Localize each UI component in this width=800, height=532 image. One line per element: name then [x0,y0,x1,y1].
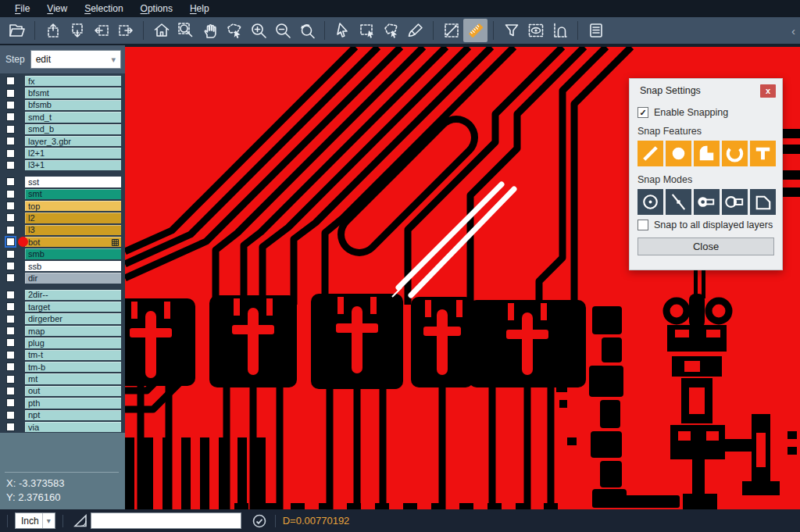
all-layers-checkbox[interactable] [638,220,648,230]
move-up-button[interactable] [41,19,65,42]
layer-row-mt[interactable]: mt [0,373,125,384]
move-left-button[interactable] [89,19,113,42]
layer-row-dirgerber[interactable]: dirgerber [0,312,125,324]
layer-row-ssb[interactable]: ssb [0,260,125,272]
zoom-previous-button[interactable] [295,19,319,42]
layer-row-bfsmt[interactable]: bfsmt [0,87,125,98]
angle-icon[interactable] [72,512,89,530]
menu-item-selection[interactable]: Selection [77,2,130,16]
unit-select[interactable]: Inch ▾ [15,512,55,529]
pad-outline-snap-button[interactable] [722,189,748,215]
all-layers-row[interactable]: Snap to all displayed layers [630,220,782,230]
layer-visibility-checkbox[interactable] [6,338,15,347]
layer-row-l2+1[interactable]: l2+1 [0,147,125,159]
layer-row-sst[interactable]: sst [0,176,125,187]
line-snap-button[interactable] [638,141,663,166]
close-button[interactable]: Close [638,237,774,255]
layer-row-target[interactable]: target [0,301,125,312]
layer-row-tm-t[interactable]: tm-t [0,349,125,361]
layer-visibility-checkbox[interactable] [6,315,15,323]
zoom-window-button[interactable] [173,19,198,42]
layer-row-smb[interactable]: smb [0,248,125,259]
close-icon[interactable]: x [760,84,776,98]
layer-visibility-checkbox[interactable] [6,387,15,395]
display-options-button[interactable] [523,19,548,42]
zoom-out-button[interactable] [270,19,295,42]
filter-button[interactable] [499,19,523,42]
toolbar-overflow-chevron[interactable]: ‹ [791,24,795,37]
layer-visibility-checkbox[interactable] [6,375,15,384]
layer-row-smd_b[interactable]: smd_b [0,123,125,135]
layer-row-l3[interactable]: l3 [0,224,125,236]
text-snap-button[interactable] [750,141,776,166]
layer-row-out[interactable]: out [0,385,125,397]
layer-row-bfsmb[interactable]: bfsmb [0,99,125,111]
move-right-button[interactable] [113,19,138,42]
layer-visibility-checkbox[interactable] [6,202,15,210]
layer-visibility-checkbox[interactable] [6,423,15,431]
layer-visibility-checkbox[interactable] [6,213,15,222]
ruler-button[interactable] [463,19,488,42]
layer-visibility-checkbox[interactable] [6,149,15,158]
layer-row-plug[interactable]: plug [0,337,125,348]
dialog-title-bar[interactable]: Snap Settings x [630,79,782,102]
layer-row-via[interactable]: via [0,421,125,433]
layer-visibility-checkbox[interactable] [6,190,15,198]
menu-item-help[interactable]: Help [183,2,216,16]
layer-visibility-checkbox[interactable] [6,291,15,299]
layer-visibility-checkbox[interactable] [6,137,15,145]
step-select[interactable]: edit ▾ [30,50,121,69]
pan-button[interactable] [198,19,222,42]
layer-row-tm-b[interactable]: tm-b [0,361,125,373]
layer-visibility-checkbox[interactable] [6,362,15,371]
menu-item-options[interactable]: Options [134,2,180,16]
layer-row-l3+1[interactable]: l3+1 [0,159,125,171]
layer-visibility-checkbox[interactable] [6,250,15,259]
layer-visibility-checkbox[interactable] [6,273,15,282]
layer-visibility-checkbox[interactable] [6,101,15,109]
zoom-object-button[interactable] [222,19,246,42]
layer-visibility-checkbox[interactable] [6,302,15,311]
layer-row-bot[interactable]: bot [0,236,125,248]
layer-visibility-checkbox[interactable] [6,411,15,420]
clear-brush-button[interactable] [403,19,427,42]
center-snap-button[interactable] [638,189,663,215]
arc-snap-button[interactable] [722,141,748,166]
layer-visibility-checkbox[interactable] [6,398,15,407]
select-button[interactable] [330,19,355,42]
layer-visibility-checkbox[interactable] [6,125,15,134]
layer-row-top[interactable]: top [0,200,125,212]
layer-row-2dir--[interactable]: 2dir-- [0,289,125,301]
command-input[interactable] [91,512,241,529]
polygon-select-button[interactable] [379,19,403,42]
enable-snapping-checkbox[interactable] [638,107,648,118]
layer-visibility-checkbox[interactable] [6,177,15,186]
contour-snap-button[interactable] [750,189,776,215]
zoom-in-button[interactable] [246,19,270,42]
layer-visibility-checkbox[interactable] [6,237,15,246]
report-button[interactable] [584,19,608,42]
open-file-button[interactable] [5,19,29,42]
layer-visibility-checkbox[interactable] [6,77,15,85]
surface-snap-button[interactable] [694,141,720,166]
layer-row-npt[interactable]: npt [0,409,125,421]
layer-row-pth[interactable]: pth [0,397,125,409]
measure-button[interactable] [439,19,463,42]
snap-button[interactable] [548,19,572,42]
circle-snap-button[interactable] [666,141,691,166]
layer-row-smd_t[interactable]: smd_t [0,111,125,123]
home-button[interactable] [149,19,173,42]
layer-row-dir[interactable]: dir [0,272,125,284]
layer-visibility-checkbox[interactable] [6,89,15,98]
pcb-canvas[interactable]: Snap Settings x Enable Snapping Snap Fea… [125,45,800,509]
midpoint-snap-button[interactable] [666,189,691,215]
layer-visibility-checkbox[interactable] [6,161,15,170]
pad-filled-snap-button[interactable] [694,189,720,215]
layer-row-l2[interactable]: l2 [0,212,125,223]
layer-visibility-checkbox[interactable] [6,327,15,335]
move-down-button[interactable] [65,19,89,42]
layer-row-map[interactable]: map [0,325,125,337]
window-select-button[interactable] [355,19,379,42]
sync-check-icon[interactable] [251,512,268,530]
enable-snapping-row[interactable]: Enable Snapping [630,107,782,118]
